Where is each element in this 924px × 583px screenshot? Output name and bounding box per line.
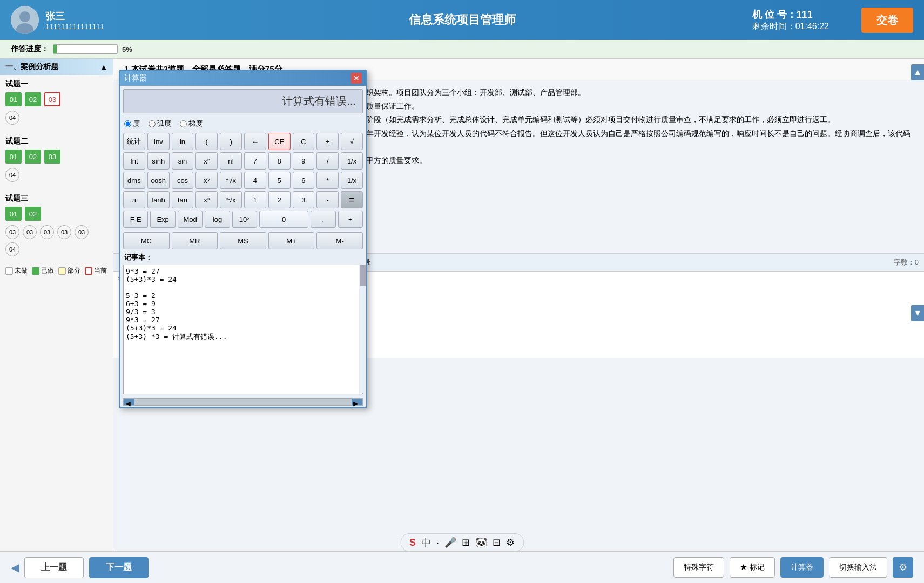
calc-minus[interactable]: - [316, 191, 339, 208]
notepad-scrollbar-thumb[interactable] [360, 265, 366, 286]
qnum-circle-3-4[interactable]: 04 [5, 242, 19, 256]
mode-degree[interactable]: 度 [124, 119, 140, 128]
ime-icon-gear[interactable]: ⚙ [506, 537, 515, 548]
content-area: 1.本试卷共3道题，全部是必答题，满分75分。 公司任命小李为项目经理。小李在项… [113, 59, 924, 551]
calculator-button[interactable]: 计算器 [780, 557, 824, 578]
qnum-circle-1-4[interactable]: 04 [5, 111, 19, 125]
qnum-circle-3-3b[interactable]: 03 [23, 225, 37, 239]
calc-inv[interactable]: Inv [147, 133, 170, 150]
calc-stat[interactable]: 统计 [123, 133, 145, 150]
ime-icon-mic[interactable]: 🎤 [444, 537, 456, 548]
calc-0[interactable]: 0 [259, 211, 308, 228]
calc-equals[interactable]: = [341, 191, 363, 208]
calc-sinh[interactable]: sinh [147, 152, 170, 170]
qnum-circle-3-3d[interactable]: 03 [57, 225, 71, 239]
calc-mr[interactable]: MR [172, 232, 218, 249]
calc-divide[interactable]: / [316, 152, 339, 170]
calc-x3[interactable]: x³ [195, 191, 218, 208]
calc-plusminus[interactable]: ± [316, 133, 339, 150]
progress-bar-row: 作答进度： 5% [0, 40, 924, 59]
calc-fe[interactable]: F-E [123, 211, 148, 228]
calc-5[interactable]: 5 [268, 172, 291, 189]
next-button[interactable]: 下一题 [89, 557, 149, 578]
calc-x2[interactable]: x² [195, 152, 218, 170]
submit-button[interactable]: 交卷 [861, 8, 913, 33]
qnum-3-1[interactable]: 01 [5, 207, 22, 221]
calc-cosh[interactable]: cosh [147, 172, 170, 189]
calc-ms[interactable]: MS [220, 232, 266, 249]
prev-arrow-icon[interactable]: ◀ [11, 561, 19, 574]
mode-radian[interactable]: 弧度 [149, 119, 171, 128]
special-char-button[interactable]: 特殊字符 [673, 557, 724, 578]
hscroll-right[interactable]: ► [352, 399, 362, 405]
calc-xy[interactable]: xʸ [195, 172, 218, 189]
calc-cbrt[interactable]: ³√x [220, 191, 242, 208]
calc-sqrt[interactable]: √ [341, 133, 363, 150]
calc-yrtx[interactable]: ʸ√x [220, 172, 242, 189]
calc-open-paren[interactable]: ( [195, 133, 218, 150]
calc-backspace[interactable]: ← [244, 133, 266, 150]
calc-c[interactable]: C [293, 133, 315, 150]
mode-gradient[interactable]: 梯度 [180, 119, 203, 128]
calc-mminus[interactable]: M- [316, 232, 363, 249]
legend-dot-done [32, 267, 39, 275]
ime-icon-emoji[interactable]: 🐼 [475, 537, 487, 548]
calc-mc[interactable]: MC [123, 232, 170, 249]
calc-cos[interactable]: cos [172, 172, 194, 189]
calc-6[interactable]: 6 [293, 172, 315, 189]
calc-int[interactable]: Int [123, 152, 145, 170]
calc-8[interactable]: 8 [268, 152, 291, 170]
calc-1[interactable]: 1 [244, 191, 266, 208]
prev-button[interactable]: 上一题 [24, 557, 84, 578]
qnum-circle-3-3e[interactable]: 03 [75, 225, 89, 239]
calc-9[interactable]: 9 [293, 152, 315, 170]
qnum-1-3[interactable]: 03 [44, 92, 60, 106]
qnum-circle-3-3c[interactable]: 03 [40, 225, 54, 239]
mark-button[interactable]: ★ 标记 [730, 557, 775, 578]
calc-3[interactable]: 3 [293, 191, 315, 208]
calc-plus[interactable]: + [338, 211, 363, 228]
calc-reciprocal[interactable]: 1/x [341, 152, 363, 170]
calc-factorial[interactable]: n! [220, 152, 242, 170]
qnum-circle-2-4[interactable]: 04 [5, 168, 19, 182]
ime-icon-s[interactable]: S [409, 537, 416, 548]
qnum-3-2[interactable]: 02 [25, 207, 41, 221]
calc-log[interactable]: log [205, 211, 230, 228]
qnum-2-1[interactable]: 01 [5, 150, 22, 164]
qnum-2-2[interactable]: 02 [25, 150, 41, 164]
ime-icon-keyboard[interactable]: ⊞ [462, 537, 470, 548]
calc-ln[interactable]: ln [172, 133, 194, 150]
calc-exp[interactable]: Exp [150, 211, 175, 228]
switch-input-button[interactable]: 切换输入法 [829, 557, 887, 578]
calc-sin[interactable]: sin [172, 152, 194, 170]
qnum-circle-3-3[interactable]: 03 [5, 225, 19, 239]
calc-mplus[interactable]: M+ [268, 232, 315, 249]
calc-dot[interactable]: . [311, 211, 335, 228]
group2-extra-nums: 04 [5, 168, 107, 182]
calc-2[interactable]: 2 [268, 191, 291, 208]
sidebar-collapse-icon[interactable]: ▲ [100, 63, 107, 71]
calc-mod[interactable]: Mod [178, 211, 203, 228]
calc-multiply[interactable]: * [316, 172, 339, 189]
calc-10x[interactable]: 10ˣ [232, 211, 257, 228]
settings-button[interactable]: ⚙ [893, 557, 913, 578]
qnum-2-3[interactable]: 03 [44, 150, 60, 164]
calc-close-paren[interactable]: ) [220, 133, 242, 150]
qnum-1-1[interactable]: 01 [5, 92, 22, 106]
calculator-close-button[interactable]: ✕ [351, 73, 362, 84]
calc-dms[interactable]: dms [123, 172, 145, 189]
calc-tan[interactable]: tan [172, 191, 194, 208]
calculator-notepad[interactable] [123, 265, 363, 394]
calc-tanh[interactable]: tanh [147, 191, 170, 208]
calc-pi[interactable]: π [123, 191, 145, 208]
calc-4[interactable]: 4 [244, 172, 266, 189]
calc-reciprocal2[interactable]: 1/x [341, 172, 363, 189]
calc-ce[interactable]: CE [268, 133, 291, 150]
calc-7[interactable]: 7 [244, 152, 266, 170]
ime-icon-zh[interactable]: 中 [421, 536, 431, 549]
ime-icon-dot[interactable]: · [436, 537, 439, 548]
hscroll-left[interactable]: ◄ [124, 399, 134, 405]
qnum-1-2[interactable]: 02 [25, 92, 41, 106]
notepad-label: 记事本： [120, 252, 366, 263]
ime-icon-menu[interactable]: ⊟ [493, 537, 501, 548]
